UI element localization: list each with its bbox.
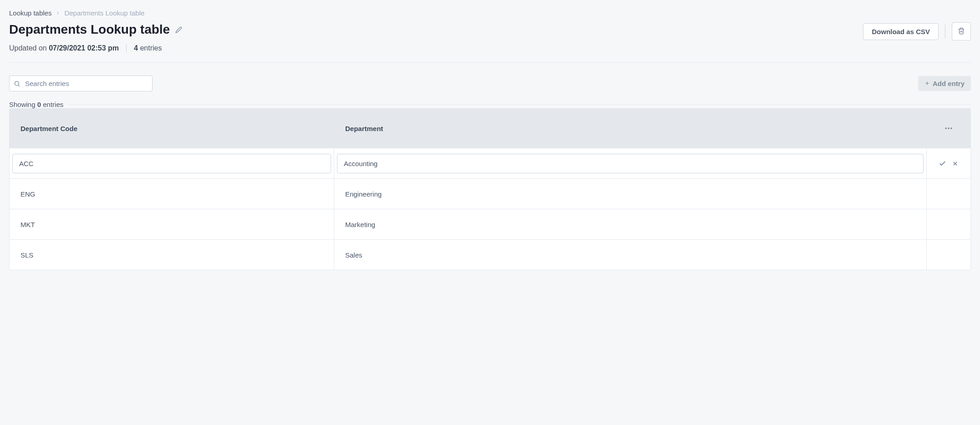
showing-row: Showing 0 entries (9, 101, 971, 108)
meta-row: Updated on 07/29/2021 02:53 pm 4 entries (9, 44, 971, 52)
entries-number: 4 (134, 44, 138, 52)
showing-prefix: Showing (9, 101, 37, 108)
page-title: Departments Lookup table (9, 22, 182, 37)
cell-dept: Engineering (334, 179, 927, 209)
svg-point-6 (950, 127, 952, 129)
cell-code: ENG (10, 179, 334, 209)
page-title-text: Departments Lookup table (9, 22, 170, 37)
updated-on: Updated on 07/29/2021 02:53 pm (9, 44, 119, 52)
table-header: Department Code Department (10, 109, 970, 148)
title-block: Departments Lookup table (9, 22, 182, 37)
cell-code: MKT (10, 209, 334, 239)
chevron-right-icon (55, 10, 61, 16)
table-row[interactable]: ENG Engineering (10, 178, 970, 209)
svg-point-5 (948, 127, 949, 129)
lookup-table: Department Code Department ENG Engineeri… (9, 108, 971, 270)
breadcrumb-root-link[interactable]: Lookup tables (9, 9, 51, 17)
column-header-code: Department Code (10, 125, 334, 132)
search-icon (14, 80, 20, 87)
svg-line-1 (18, 85, 20, 86)
column-header-dept: Department (334, 125, 927, 132)
cell-dept: Sales (334, 240, 927, 270)
page-divider (9, 62, 971, 63)
showing-suffix: entries (41, 101, 63, 108)
row-actions (927, 209, 970, 239)
search-wrap (9, 76, 153, 91)
breadcrumb-current: Departments Lookup table (64, 9, 144, 17)
check-icon[interactable] (939, 160, 946, 167)
edit-cell-dept (334, 148, 927, 178)
entries-suffix: entries (138, 44, 162, 52)
trash-icon (958, 27, 965, 36)
updated-timestamp: 07/29/2021 02:53 pm (49, 44, 119, 52)
svg-point-0 (15, 81, 19, 86)
table-row[interactable]: MKT Marketing (10, 209, 970, 239)
table-row-editing (10, 148, 970, 178)
entries-count: 4 entries (134, 44, 162, 52)
meta-divider (126, 44, 127, 52)
delete-button[interactable] (952, 22, 971, 40)
row-actions (927, 179, 970, 209)
showing-divider-line (70, 104, 971, 105)
add-entry-button[interactable]: Add entry (918, 76, 971, 91)
add-entry-label: Add entry (933, 80, 965, 87)
plus-icon (924, 80, 930, 87)
vertical-divider (945, 25, 945, 38)
column-header-actions (927, 124, 970, 133)
edit-row-actions (927, 148, 970, 178)
page-header: Departments Lookup table Download as CSV (9, 22, 971, 40)
more-horizontal-icon[interactable] (944, 124, 953, 133)
table-toolbar: Add entry (9, 76, 971, 91)
close-icon[interactable] (952, 160, 959, 167)
edit-input-dept[interactable] (337, 154, 924, 173)
cell-code: SLS (10, 240, 334, 270)
pencil-icon[interactable] (175, 26, 182, 33)
showing-count: 0 (37, 101, 41, 108)
table-row[interactable]: SLS Sales (10, 239, 970, 270)
search-input[interactable] (9, 76, 153, 91)
edit-cell-code (10, 148, 334, 178)
header-actions: Download as CSV (863, 22, 971, 40)
cell-dept: Marketing (334, 209, 927, 239)
edit-input-code[interactable] (12, 154, 331, 173)
updated-prefix: Updated on (9, 44, 49, 52)
row-actions (927, 240, 970, 270)
breadcrumb: Lookup tables Departments Lookup table (9, 9, 971, 17)
svg-point-4 (945, 127, 947, 129)
showing-text: Showing 0 entries (9, 101, 63, 108)
download-csv-button[interactable]: Download as CSV (863, 23, 939, 40)
